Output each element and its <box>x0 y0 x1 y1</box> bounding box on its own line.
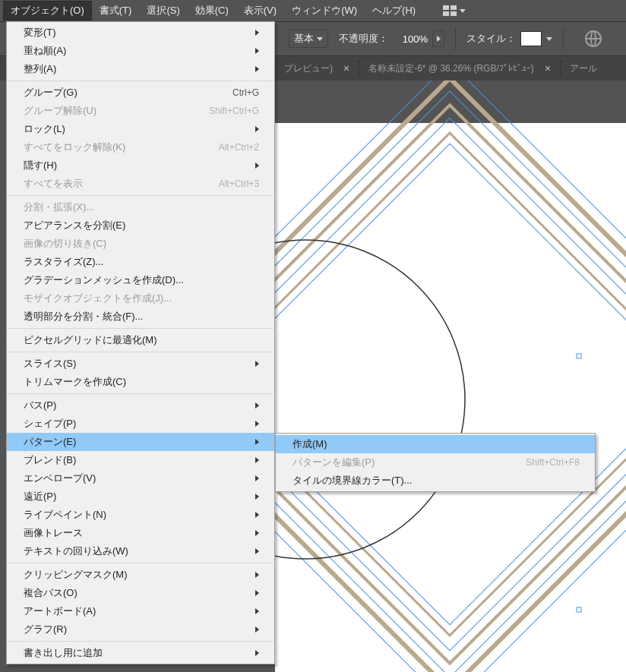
menu-item[interactable]: ピクセルグリッドに最適化(M) <box>7 331 274 349</box>
canvas[interactable] <box>275 80 626 672</box>
menu-item-label: すべてを表示 <box>24 177 83 191</box>
close-icon[interactable]: × <box>343 62 349 74</box>
menu-separator <box>8 328 273 329</box>
menu-item[interactable]: エンベロープ(V) <box>7 469 274 487</box>
menubar-item-view[interactable]: 表示(V) <box>236 1 284 21</box>
menu-item[interactable]: ライブペイント(N) <box>7 506 274 524</box>
menu-item[interactable]: ロック(L) <box>7 120 274 138</box>
submenu-caret-icon <box>255 48 259 54</box>
menu-item[interactable]: グラデーションメッシュを作成(D)... <box>7 271 274 289</box>
menu-item[interactable]: 重ね順(A) <box>7 42 274 60</box>
preset-dropdown[interactable]: 基本 <box>289 30 328 48</box>
menu-item-label: 分割・拡張(X)... <box>24 200 94 214</box>
menubar-item-effect[interactable]: 効果(C) <box>188 1 236 21</box>
menu-item-label: グラデーションメッシュを作成(D)... <box>24 273 184 287</box>
opacity-input[interactable] <box>393 33 428 45</box>
menu-separator <box>8 563 273 563</box>
menu-item[interactable]: 画像トレース <box>7 524 274 542</box>
menu-item[interactable]: パス(P) <box>7 396 274 415</box>
menu-item[interactable]: 遠近(P) <box>7 487 274 506</box>
submenu-caret-icon <box>255 530 259 536</box>
menubar-item-window[interactable]: ウィンドウ(W) <box>284 1 365 21</box>
svg-rect-3 <box>275 105 626 663</box>
submenu-item-shortcut: Shift+Ctrl+F8 <box>526 457 580 468</box>
document-tab[interactable]: プレビュー) × <box>275 56 359 80</box>
menu-item[interactable]: グラフ(R) <box>7 620 274 639</box>
submenu-caret-icon <box>255 512 259 518</box>
menu-item-shortcut: Alt+Ctrl+3 <box>219 178 259 189</box>
menu-separator <box>8 352 273 352</box>
menu-item-label: すべてをロック解除(K) <box>24 140 125 154</box>
chevron-down-icon[interactable] <box>546 37 552 41</box>
menu-item-label: 透明部分を分割・統合(F)... <box>24 310 143 323</box>
menu-item-label: 複合パス(O) <box>24 586 77 600</box>
submenu-caret-icon <box>255 548 259 554</box>
submenu-item-label: 作成(M) <box>292 437 327 451</box>
menu-item[interactable]: パターン(E) <box>7 433 274 451</box>
menu-item-label: グループ(G) <box>24 86 77 99</box>
menu-item-label: ブレンド(B) <box>24 453 76 467</box>
menu-item[interactable]: クリッピングマスク(M) <box>7 566 274 584</box>
menu-item[interactable]: グループ(G)Ctrl+G <box>7 84 274 102</box>
menu-item-label: クリッピングマスク(M) <box>24 568 128 582</box>
style-label: スタイル： <box>466 32 516 46</box>
menu-item-label: 画像トレース <box>24 526 83 540</box>
submenu-caret-icon <box>255 126 259 132</box>
submenu-caret-icon <box>255 361 259 367</box>
menubar-item-select[interactable]: 選択(S) <box>139 1 187 21</box>
menu-item-label: 画像の切り抜き(C) <box>24 237 106 251</box>
menu-item-label: グラフ(R) <box>24 623 67 636</box>
menu-item[interactable]: ブレンド(B) <box>7 451 274 469</box>
menubar-item-help[interactable]: ヘルプ(H) <box>365 1 423 21</box>
svg-rect-11 <box>577 607 581 612</box>
menu-item-label: パス(P) <box>24 399 56 412</box>
menu-item[interactable]: 複合パス(O) <box>7 584 274 602</box>
menu-item-label: 重ね順(A) <box>24 44 66 58</box>
menu-item-label: アートボード(A) <box>24 604 96 618</box>
menu-item[interactable]: ラスタライズ(Z)... <box>7 253 274 271</box>
submenu-caret-icon <box>255 439 259 445</box>
menu-item[interactable]: 書き出し用に追加 <box>7 644 274 662</box>
menu-item[interactable]: 透明部分を分割・統合(F)... <box>7 308 274 326</box>
svg-point-7 <box>275 240 465 559</box>
menu-item[interactable]: アートボード(A) <box>7 602 274 620</box>
menu-item: 分割・拡張(X)... <box>7 198 274 216</box>
menu-item: モザイクオブジェクトを作成(J)... <box>7 289 274 308</box>
submenu-caret-icon <box>255 421 259 427</box>
menu-item[interactable]: シェイプ(P) <box>7 415 274 433</box>
menu-item[interactable]: トリムマークを作成(C) <box>7 373 274 391</box>
menu-item[interactable]: スライス(S) <box>7 355 274 373</box>
document-setup-icon[interactable] <box>585 30 602 47</box>
svg-rect-6 <box>275 144 626 625</box>
menu-item-label: トリムマークを作成(C) <box>24 375 126 389</box>
menu-item-label: スライス(S) <box>24 357 76 371</box>
menu-item[interactable]: 隠す(H) <box>7 156 274 175</box>
submenu-item: パターンを編集(P)Shift+Ctrl+F8 <box>276 453 595 472</box>
submenu-item[interactable]: 作成(M) <box>276 435 595 453</box>
menu-item-label: ラスタライズ(Z)... <box>24 255 103 269</box>
menu-item-label: アピアランスを分割(E) <box>24 219 125 232</box>
submenu-item[interactable]: タイルの境界線カラー(T)... <box>276 472 595 490</box>
menu-item[interactable]: 整列(A) <box>7 60 274 78</box>
opacity-step-button[interactable] <box>432 30 444 47</box>
style-swatch[interactable] <box>520 31 542 46</box>
menu-item[interactable]: 変形(T) <box>7 24 274 42</box>
menu-separator <box>8 80 273 81</box>
separator <box>455 27 456 50</box>
menubar-item-object[interactable]: オブジェクト(O) <box>3 1 92 21</box>
menubar-item-type[interactable]: 書式(T) <box>92 1 140 21</box>
menu-item-label: 整列(A) <box>24 62 56 76</box>
arrow-right-icon <box>437 36 441 42</box>
document-tab[interactable]: アール <box>561 56 606 80</box>
document-tab[interactable]: 名称未設定-6* @ 36.26% (RGB/ﾌﾟﾚﾋﾞｭｰ) × <box>359 56 560 80</box>
menu-item-label: ピクセルグリッドに最適化(M) <box>24 333 157 347</box>
menu-item-label: シェイプ(P) <box>24 417 76 431</box>
menu-item[interactable]: アピアランスを分割(E) <box>7 216 274 235</box>
menu-separator <box>8 641 273 642</box>
menu-item[interactable]: テキストの回り込み(W) <box>7 542 274 560</box>
close-icon[interactable]: × <box>545 62 551 74</box>
svg-rect-0 <box>275 80 626 672</box>
submenu-caret-icon <box>255 402 259 409</box>
workspace-switcher[interactable] <box>443 5 466 16</box>
pattern-submenu: 作成(M)パターンを編集(P)Shift+Ctrl+F8タイルの境界線カラー(T… <box>275 433 596 492</box>
